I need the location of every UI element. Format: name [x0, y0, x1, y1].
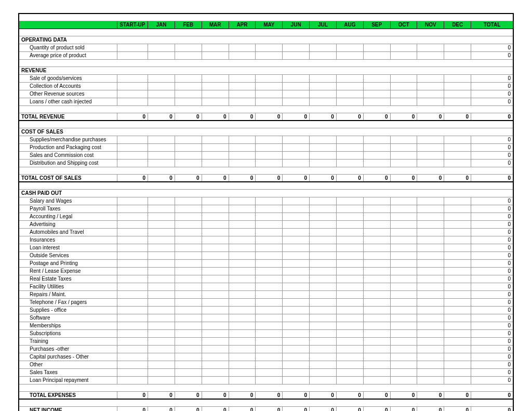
data-cell[interactable]: 0	[175, 391, 202, 399]
data-cell[interactable]	[148, 244, 175, 251]
data-cell[interactable]	[256, 298, 283, 306]
data-cell[interactable]: 0	[310, 391, 337, 399]
row-label[interactable]: Subscriptions	[19, 329, 117, 337]
data-cell[interactable]	[363, 244, 390, 251]
row-label[interactable]: Salary and Wages	[19, 197, 117, 205]
data-cell[interactable]	[256, 267, 283, 275]
data-cell[interactable]	[336, 251, 363, 259]
data-cell[interactable]: 0	[256, 113, 283, 121]
data-cell[interactable]	[444, 220, 471, 228]
data-cell[interactable]	[363, 290, 390, 298]
row-label[interactable]: Facility Utilities	[19, 283, 117, 290]
data-cell[interactable]	[256, 259, 283, 267]
data-cell[interactable]	[256, 322, 283, 329]
data-cell[interactable]	[117, 314, 148, 322]
data-cell[interactable]	[417, 337, 444, 345]
total-cell[interactable]: 0	[471, 406, 513, 411]
data-cell[interactable]	[310, 298, 337, 306]
data-cell[interactable]	[390, 368, 417, 376]
data-cell[interactable]	[390, 205, 417, 213]
data-cell[interactable]: 0	[229, 113, 256, 121]
data-cell[interactable]	[363, 361, 390, 368]
row-label[interactable]: Sales Taxes	[19, 368, 117, 376]
data-cell[interactable]	[390, 136, 417, 143]
data-cell[interactable]	[310, 275, 337, 283]
data-cell[interactable]	[444, 267, 471, 275]
data-cell[interactable]	[175, 283, 202, 290]
row-label[interactable]: Payroll Taxes	[19, 205, 117, 213]
total-cell[interactable]: 0	[471, 98, 513, 105]
data-cell[interactable]: 0	[283, 391, 310, 399]
data-cell[interactable]	[202, 267, 229, 275]
data-cell[interactable]	[229, 353, 256, 361]
data-cell[interactable]	[283, 337, 310, 345]
data-cell[interactable]	[202, 74, 229, 82]
data-cell[interactable]	[256, 275, 283, 283]
data-cell[interactable]	[390, 213, 417, 220]
data-cell[interactable]	[256, 82, 283, 90]
data-cell[interactable]	[256, 361, 283, 368]
data-cell[interactable]: 0	[336, 391, 363, 399]
data-cell[interactable]	[283, 376, 310, 384]
data-cell[interactable]	[310, 213, 337, 220]
data-cell[interactable]	[417, 376, 444, 384]
data-cell[interactable]	[363, 90, 390, 98]
row-label[interactable]: Supplies - office	[19, 306, 117, 314]
data-cell[interactable]	[417, 353, 444, 361]
data-cell[interactable]	[417, 283, 444, 290]
data-cell[interactable]	[310, 220, 337, 228]
data-cell[interactable]	[363, 329, 390, 337]
data-cell[interactable]	[417, 314, 444, 322]
data-cell[interactable]	[148, 353, 175, 361]
data-cell[interactable]	[310, 306, 337, 314]
data-cell[interactable]	[390, 361, 417, 368]
data-cell[interactable]	[417, 290, 444, 298]
data-cell[interactable]	[256, 314, 283, 322]
data-cell[interactable]	[229, 98, 256, 105]
data-cell[interactable]	[390, 236, 417, 244]
data-cell[interactable]	[390, 376, 417, 384]
data-cell[interactable]	[336, 90, 363, 98]
data-cell[interactable]	[148, 74, 175, 82]
row-label[interactable]: Memberships	[19, 322, 117, 329]
data-cell[interactable]	[117, 51, 148, 59]
data-cell[interactable]	[148, 228, 175, 236]
data-cell[interactable]	[283, 314, 310, 322]
data-cell[interactable]	[444, 322, 471, 329]
data-cell[interactable]	[390, 228, 417, 236]
row-label[interactable]: Collection of Accounts	[19, 82, 117, 90]
data-cell[interactable]	[175, 353, 202, 361]
data-cell[interactable]: 0	[229, 391, 256, 399]
data-cell[interactable]	[148, 376, 175, 384]
total-cell[interactable]: 0	[471, 306, 513, 314]
data-cell[interactable]	[175, 376, 202, 384]
data-cell[interactable]	[256, 44, 283, 51]
data-cell[interactable]	[229, 267, 256, 275]
data-cell[interactable]: 0	[175, 406, 202, 411]
data-cell[interactable]: 0	[117, 174, 148, 182]
data-cell[interactable]: 0	[417, 391, 444, 399]
data-cell[interactable]	[336, 353, 363, 361]
data-cell[interactable]	[229, 322, 256, 329]
data-cell[interactable]	[417, 228, 444, 236]
data-cell[interactable]	[229, 368, 256, 376]
data-cell[interactable]	[202, 236, 229, 244]
data-cell[interactable]	[175, 244, 202, 251]
total-cell[interactable]: 0	[471, 51, 513, 59]
data-cell[interactable]	[202, 353, 229, 361]
data-cell[interactable]	[175, 136, 202, 143]
data-cell[interactable]	[175, 98, 202, 105]
data-cell[interactable]	[148, 361, 175, 368]
data-cell[interactable]	[336, 337, 363, 345]
data-cell[interactable]	[148, 322, 175, 329]
data-cell[interactable]	[336, 283, 363, 290]
data-cell[interactable]	[229, 290, 256, 298]
total-cell[interactable]: 0	[471, 298, 513, 306]
data-cell[interactable]	[417, 205, 444, 213]
data-cell[interactable]	[148, 267, 175, 275]
row-label[interactable]: Other Revenue sources	[19, 90, 117, 98]
data-cell[interactable]	[256, 159, 283, 167]
data-cell[interactable]	[310, 197, 337, 205]
data-cell[interactable]	[363, 345, 390, 353]
data-cell[interactable]	[310, 136, 337, 143]
